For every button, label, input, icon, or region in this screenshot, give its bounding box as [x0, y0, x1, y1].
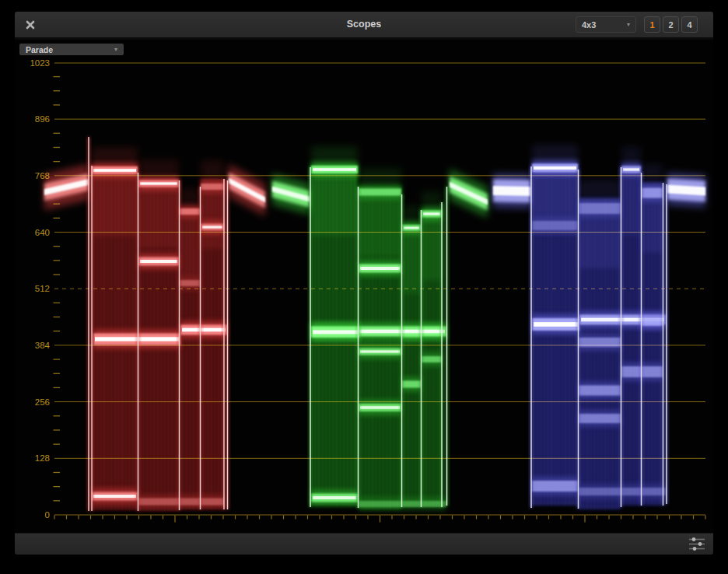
- svg-text:512: 512: [35, 284, 50, 293]
- layout-button-1[interactable]: 1: [644, 16, 660, 33]
- footer-bar: [15, 533, 713, 555]
- chevron-down-icon: ▾: [627, 22, 630, 28]
- svg-text:0: 0: [45, 510, 50, 520]
- titlebar: Scopes 4x3 ▾ 1 2 4: [15, 12, 713, 40]
- scopes-window: Scopes 4x3 ▾ 1 2 4 102389676864051238425…: [15, 12, 713, 555]
- svg-text:1023: 1023: [30, 58, 50, 68]
- svg-text:640: 640: [35, 228, 50, 237]
- svg-text:384: 384: [35, 341, 51, 350]
- svg-text:896: 896: [35, 114, 50, 124]
- aspect-ratio-dropdown[interactable]: 4x3 ▾: [576, 16, 636, 33]
- scope-mode-dropdown[interactable]: Parade ▾: [19, 44, 124, 55]
- svg-text:256: 256: [35, 397, 50, 407]
- svg-text:128: 128: [35, 453, 50, 463]
- waveform-parade-graph: 10238967686405123842561280: [15, 40, 713, 534]
- scope-display-area: 10238967686405123842561280 Parade ▾: [15, 40, 713, 534]
- layout-button-2[interactable]: 2: [663, 16, 679, 33]
- layout-button-4[interactable]: 4: [681, 16, 698, 33]
- settings-sliders-icon: [687, 536, 707, 552]
- scope-settings-button[interactable]: [687, 536, 707, 552]
- scope-mode-value: Parade: [26, 45, 53, 54]
- chevron-down-icon: ▾: [114, 47, 117, 53]
- titlebar-controls: 4x3 ▾ 1 2 4: [576, 16, 698, 33]
- aspect-ratio-value: 4x3: [582, 20, 596, 30]
